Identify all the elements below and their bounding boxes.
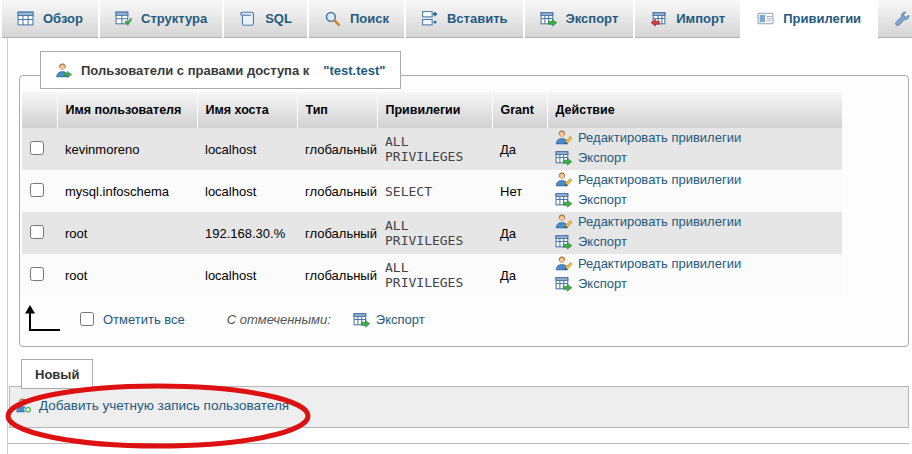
export-user-link[interactable]: Экспорт bbox=[555, 191, 627, 208]
users-fieldset-legend: Пользователи с правами доступа к "test.t… bbox=[40, 51, 401, 89]
edit-privileges-icon bbox=[555, 171, 572, 188]
cell-type: глобальный bbox=[297, 212, 377, 254]
row-checkbox[interactable] bbox=[30, 225, 44, 239]
cell-grant: Да bbox=[492, 254, 547, 296]
browse-icon bbox=[17, 10, 34, 27]
edit-privileges-icon bbox=[555, 213, 572, 230]
cell-hostname: localhost bbox=[197, 254, 297, 296]
cell-type: глобальный bbox=[297, 128, 377, 170]
export-user-label: Экспорт bbox=[578, 234, 627, 249]
tab-label: Привилегии bbox=[783, 11, 861, 26]
export-user-label: Экспорт bbox=[578, 276, 627, 291]
edit-privileges-label: Редактировать привилегии bbox=[578, 256, 741, 271]
check-all-checkbox[interactable] bbox=[80, 312, 94, 326]
cell-grant: Нет bbox=[492, 170, 547, 212]
edit-privileges-link[interactable]: Редактировать привилегии bbox=[555, 171, 741, 188]
cell-grant: Да bbox=[492, 128, 547, 170]
table-row: kevinmoreno localhost глобальный ALL PRI… bbox=[22, 128, 842, 170]
tab-privileges[interactable]: Привилегии bbox=[742, 0, 876, 38]
cell-username: root bbox=[57, 212, 197, 254]
users-icon bbox=[55, 62, 72, 79]
cell-hostname: localhost bbox=[197, 128, 297, 170]
edit-privileges-icon bbox=[555, 255, 572, 272]
with-selected-label: С отмеченными: bbox=[227, 312, 331, 327]
row-checkbox[interactable] bbox=[30, 183, 44, 197]
edit-privileges-link[interactable]: Редактировать привилегии bbox=[555, 129, 741, 146]
table-row: root localhost глобальный ALL PRIVILEGES… bbox=[22, 254, 842, 296]
row-checkbox[interactable] bbox=[30, 141, 44, 155]
users-legend-text: Пользователи с правами доступа к bbox=[81, 63, 309, 78]
tab-label: Экспорт bbox=[566, 11, 619, 26]
tab-browse[interactable]: Обзор bbox=[2, 0, 98, 38]
cell-privileges: ALL PRIVILEGES bbox=[377, 254, 492, 296]
tab-label: Обзор bbox=[43, 11, 83, 26]
tab-search[interactable]: Поиск bbox=[309, 0, 404, 38]
tab-operations[interactable]: Операции bbox=[878, 0, 912, 38]
operations-icon bbox=[893, 10, 910, 27]
sql-icon bbox=[239, 10, 256, 27]
tab-bar: Обзор Структура SQL Поиск Вставить Экспо… bbox=[0, 0, 912, 38]
privileges-icon bbox=[757, 10, 774, 27]
tab-structure[interactable]: Структура bbox=[100, 0, 222, 38]
check-all-label[interactable]: Отметить все bbox=[103, 312, 185, 327]
cell-grant: Да bbox=[492, 212, 547, 254]
col-hostname: Имя хоста bbox=[197, 92, 297, 128]
edit-privileges-label: Редактировать привилегии bbox=[578, 214, 741, 229]
cell-type: глобальный bbox=[297, 254, 377, 296]
cell-hostname: localhost bbox=[197, 170, 297, 212]
add-user-icon bbox=[15, 397, 32, 414]
new-user-legend: Новый bbox=[21, 359, 93, 389]
col-action: Действие bbox=[547, 92, 842, 128]
new-user-legend-text: Новый bbox=[35, 367, 79, 382]
search-icon bbox=[324, 10, 341, 27]
database-name: "test.test" bbox=[323, 63, 385, 78]
export-selected-link[interactable]: Экспорт bbox=[353, 311, 425, 328]
export-user-link[interactable]: Экспорт bbox=[555, 149, 627, 166]
cell-type: глобальный bbox=[297, 170, 377, 212]
tab-label: SQL bbox=[265, 11, 292, 26]
table-row: mysql.infoschema localhost глобальный SE… bbox=[22, 170, 842, 212]
insert-icon bbox=[421, 10, 438, 27]
cell-privileges: SELECT bbox=[377, 170, 492, 212]
edit-privileges-link[interactable]: Редактировать привилегии bbox=[555, 255, 741, 272]
tab-label: Структура bbox=[141, 11, 207, 26]
bottom-divider bbox=[8, 443, 909, 444]
export-icon bbox=[540, 10, 557, 27]
users-table: Имя пользователя Имя хоста Тип Привилеги… bbox=[22, 92, 842, 296]
cell-username: kevinmoreno bbox=[57, 128, 197, 170]
edit-privileges-link[interactable]: Редактировать привилегии bbox=[555, 213, 741, 230]
page-content: Пользователи с правами доступа к "test.t… bbox=[7, 38, 912, 454]
tab-import[interactable]: Импорт bbox=[635, 0, 740, 38]
export-icon bbox=[353, 311, 370, 328]
tab-export[interactable]: Экспорт bbox=[525, 0, 634, 38]
row-checkbox[interactable] bbox=[30, 267, 44, 281]
import-icon bbox=[650, 10, 667, 27]
users-fieldset: Пользователи с правами доступа к "test.t… bbox=[19, 75, 909, 347]
add-user-label: Добавить учетную запись пользователя bbox=[39, 398, 289, 413]
add-user-link[interactable]: Добавить учетную запись пользователя bbox=[15, 397, 289, 414]
table-row: root 192.168.30.% глобальный ALL PRIVILE… bbox=[22, 212, 842, 254]
export-user-label: Экспорт bbox=[578, 150, 627, 165]
export-user-label: Экспорт bbox=[578, 192, 627, 207]
export-icon bbox=[555, 191, 572, 208]
export-user-link[interactable]: Экспорт bbox=[555, 233, 627, 250]
cell-privileges: ALL PRIVILEGES bbox=[377, 128, 492, 170]
export-user-link[interactable]: Экспорт bbox=[555, 275, 627, 292]
table-header-row: Имя пользователя Имя хоста Тип Привилеги… bbox=[22, 92, 842, 128]
check-all-arrow-icon bbox=[24, 305, 64, 333]
edit-privileges-label: Редактировать привилегии bbox=[578, 130, 741, 145]
edit-privileges-label: Редактировать привилегии bbox=[578, 172, 741, 187]
tab-insert[interactable]: Вставить bbox=[406, 0, 523, 38]
export-selected-label: Экспорт bbox=[376, 312, 425, 327]
tab-label: Импорт bbox=[676, 11, 725, 26]
export-icon bbox=[555, 233, 572, 250]
cell-username: root bbox=[57, 254, 197, 296]
export-icon bbox=[555, 275, 572, 292]
col-checkbox bbox=[22, 92, 57, 128]
tab-label: Вставить bbox=[447, 11, 508, 26]
structure-icon bbox=[115, 10, 132, 27]
cell-username: mysql.infoschema bbox=[57, 170, 197, 212]
tab-sql[interactable]: SQL bbox=[224, 0, 307, 38]
with-selected-bar: Отметить все С отмеченными: Экспорт bbox=[24, 304, 425, 334]
cell-privileges: ALL PRIVILEGES bbox=[377, 212, 492, 254]
